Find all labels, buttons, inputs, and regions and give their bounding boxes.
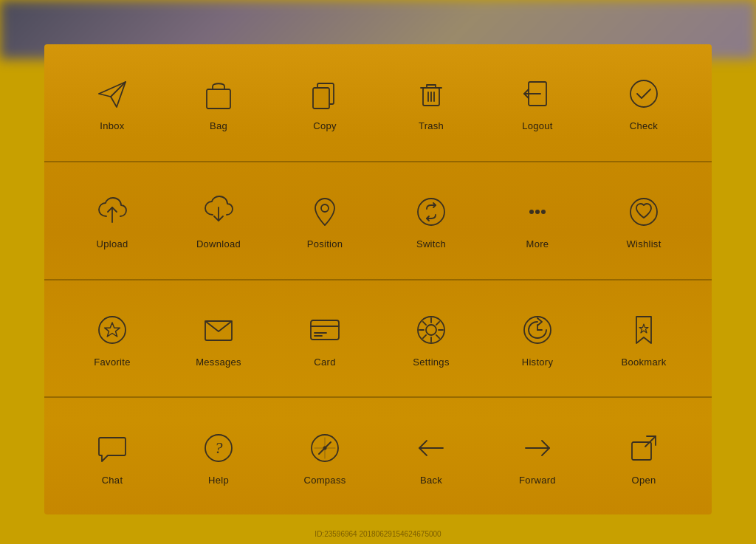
icon-item-chat[interactable]: Chat bbox=[79, 427, 145, 486]
check-icon bbox=[623, 73, 664, 114]
download-icon bbox=[198, 191, 239, 233]
inbox-icon bbox=[92, 73, 133, 114]
icon-item-forward[interactable]: Forward bbox=[504, 427, 571, 486]
card-label: Card bbox=[314, 357, 335, 368]
open-label: Open bbox=[631, 475, 656, 486]
logout-icon bbox=[517, 73, 558, 114]
messages-icon bbox=[198, 309, 239, 351]
position-label: Position bbox=[307, 238, 343, 249]
icon-item-upload[interactable]: Upload bbox=[79, 191, 145, 249]
icon-item-messages[interactable]: Messages bbox=[185, 309, 252, 368]
svg-line-31 bbox=[423, 322, 426, 325]
icon-item-wishlist[interactable]: Wishlist bbox=[611, 191, 677, 249]
svg-point-44 bbox=[323, 446, 327, 450]
icon-item-trash[interactable]: Trash bbox=[398, 73, 464, 131]
check-label: Check bbox=[630, 120, 658, 131]
svg-rect-3 bbox=[313, 88, 329, 109]
wishlist-label: Wishlist bbox=[626, 238, 661, 249]
settings-icon bbox=[410, 309, 452, 351]
more-icon bbox=[517, 191, 558, 233]
trash-icon bbox=[410, 73, 452, 114]
bookmark-label: Bookmark bbox=[622, 357, 667, 368]
help-label: Help bbox=[208, 475, 229, 486]
logout-label: Logout bbox=[522, 120, 553, 131]
svg-point-16 bbox=[541, 210, 546, 214]
icon-row-2: Upload Download Position bbox=[44, 161, 712, 279]
icon-item-position[interactable]: Position bbox=[292, 191, 358, 249]
icon-row-1: Inbox Bag Copy bbox=[44, 44, 712, 161]
compass-icon bbox=[304, 427, 346, 469]
copy-label: Copy bbox=[313, 120, 337, 131]
forward-label: Forward bbox=[519, 475, 556, 486]
svg-point-9 bbox=[630, 80, 657, 107]
icon-item-bookmark[interactable]: Bookmark bbox=[611, 309, 677, 368]
help-icon: ? bbox=[198, 427, 239, 469]
svg-point-18 bbox=[99, 317, 126, 343]
position-icon bbox=[304, 191, 346, 233]
compass-label: Compass bbox=[303, 475, 346, 486]
svg-point-15 bbox=[535, 210, 540, 214]
svg-point-17 bbox=[630, 199, 657, 225]
open-icon bbox=[623, 427, 664, 469]
icon-item-switch[interactable]: Switch bbox=[398, 191, 464, 249]
bag-icon bbox=[198, 73, 239, 114]
svg-line-48 bbox=[645, 436, 656, 447]
icon-item-bag[interactable]: Bag bbox=[185, 73, 252, 131]
svg-point-13 bbox=[418, 199, 444, 225]
messages-label: Messages bbox=[196, 357, 241, 368]
more-label: More bbox=[526, 238, 549, 249]
forward-icon bbox=[517, 427, 558, 469]
icon-row-4: Chat ? Help bbox=[44, 396, 712, 514]
switch-label: Switch bbox=[416, 238, 446, 249]
wishlist-icon bbox=[623, 191, 664, 233]
upload-label: Upload bbox=[97, 238, 128, 249]
copy-icon bbox=[304, 73, 346, 114]
icon-item-favorite[interactable]: Favorite bbox=[79, 309, 145, 368]
icon-item-back[interactable]: Back bbox=[398, 427, 464, 486]
svg-text:?: ? bbox=[215, 438, 223, 457]
icon-item-inbox[interactable]: Inbox bbox=[79, 73, 145, 131]
inbox-label: Inbox bbox=[100, 120, 124, 131]
download-label: Download bbox=[196, 238, 241, 249]
icon-item-logout[interactable]: Logout bbox=[504, 73, 571, 131]
icon-item-settings[interactable]: Settings bbox=[398, 309, 464, 368]
bag-label: Bag bbox=[210, 120, 227, 131]
icon-item-history[interactable]: History bbox=[504, 309, 571, 368]
history-icon bbox=[517, 309, 558, 351]
icon-item-copy[interactable]: Copy bbox=[292, 73, 358, 131]
switch-icon bbox=[410, 191, 452, 233]
favorite-label: Favorite bbox=[94, 357, 130, 368]
svg-line-34 bbox=[423, 335, 426, 338]
svg-line-33 bbox=[436, 322, 439, 325]
chat-icon bbox=[92, 427, 133, 469]
trash-label: Trash bbox=[419, 120, 444, 131]
icon-grid: Inbox Bag Copy bbox=[44, 44, 712, 514]
svg-rect-21 bbox=[311, 320, 339, 340]
back-label: Back bbox=[420, 475, 442, 486]
icon-item-download[interactable]: Download bbox=[185, 191, 252, 249]
watermark: ID:23596964 20180629154624675000 bbox=[0, 530, 756, 538]
icon-row-3: Favorite Messages bbox=[44, 279, 712, 397]
icon-item-card[interactable]: Card bbox=[292, 309, 358, 368]
svg-rect-1 bbox=[207, 89, 230, 109]
favorite-icon bbox=[92, 309, 133, 351]
upload-icon bbox=[92, 191, 133, 233]
history-label: History bbox=[522, 357, 554, 368]
card-icon bbox=[304, 309, 346, 351]
icon-item-check[interactable]: Check bbox=[611, 73, 677, 131]
svg-marker-38 bbox=[639, 324, 648, 333]
bookmark-icon bbox=[623, 309, 664, 351]
svg-marker-19 bbox=[105, 323, 120, 337]
icon-item-help[interactable]: ? Help bbox=[185, 427, 252, 486]
svg-point-26 bbox=[426, 325, 436, 335]
svg-point-12 bbox=[321, 204, 329, 212]
icon-item-more[interactable]: More bbox=[504, 191, 571, 249]
icon-item-compass[interactable]: Compass bbox=[292, 427, 358, 486]
icon-item-open[interactable]: Open bbox=[611, 427, 677, 486]
chat-label: Chat bbox=[102, 475, 123, 486]
svg-line-32 bbox=[436, 335, 439, 338]
back-icon bbox=[410, 427, 452, 469]
settings-label: Settings bbox=[413, 357, 449, 368]
svg-rect-47 bbox=[632, 442, 651, 460]
svg-point-14 bbox=[529, 210, 534, 214]
